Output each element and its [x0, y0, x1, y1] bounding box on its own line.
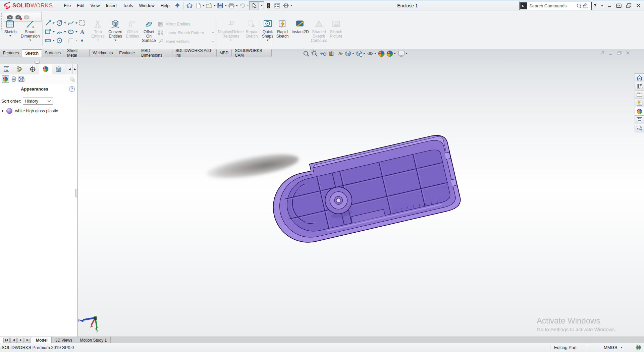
linear-sketch-pattern-button[interactable]: Linear Sketch Pattern [158, 29, 214, 37]
smart-dimension-dropdown[interactable] [29, 40, 31, 41]
menu-help[interactable]: Help [158, 3, 173, 8]
trim-entities-dropdown[interactable] [97, 40, 99, 41]
doc-restore-up-icon[interactable] [600, 51, 605, 55]
spline-tool[interactable] [67, 19, 77, 27]
status-units[interactable]: MMGS [604, 345, 617, 350]
view-settings-button[interactable] [397, 50, 408, 57]
pin-menu-button[interactable] [173, 2, 181, 10]
hide-show-dropdown[interactable] [374, 53, 376, 54]
text-tool[interactable]: A [78, 28, 86, 36]
hide-show-items-button[interactable] [367, 50, 376, 57]
tab-solidworks-cam[interactable]: SOLIDWORKS CAM [232, 49, 272, 57]
new-document-button[interactable] [194, 2, 202, 10]
arc-dropdown[interactable] [64, 31, 66, 33]
convert-entities-button[interactable]: Convert Entities [107, 18, 124, 41]
line-tool[interactable] [44, 19, 55, 27]
sketch-button[interactable]: Sketch [2, 18, 19, 37]
tab-display-manager[interactable] [39, 64, 52, 74]
arc-tool[interactable] [56, 28, 66, 36]
fillet-dropdown[interactable] [75, 40, 77, 41]
design-library-button[interactable] [635, 82, 644, 91]
file-properties-button[interactable] [273, 2, 281, 10]
search-magnifier-icon[interactable] [576, 3, 582, 9]
open-dropdown[interactable] [214, 5, 216, 6]
minimize-button[interactable] [605, 2, 613, 9]
home-button[interactable] [185, 2, 194, 10]
tab-3d-views[interactable]: 3D Views [52, 337, 76, 343]
tab-motion-study-1[interactable]: Motion Study 1 [76, 337, 111, 343]
save-button[interactable] [216, 2, 224, 10]
doc-minimize-icon[interactable] [608, 51, 613, 55]
options-dropdown[interactable] [290, 5, 292, 6]
menu-file[interactable]: File [61, 3, 74, 8]
next-tab-button[interactable] [17, 338, 24, 343]
undo-dropdown[interactable] [247, 5, 249, 6]
menu-edit[interactable]: Edit [74, 3, 87, 8]
help-button[interactable]: ? [591, 2, 599, 9]
tab-configuration-manager[interactable] [26, 64, 39, 74]
tab-mbd-dimensions[interactable]: MBD Dimensions [138, 49, 172, 57]
move-entities-button[interactable]: Move Entities [158, 38, 214, 45]
tab-features[interactable]: Features [0, 49, 22, 57]
panel-collapse-handle[interactable] [35, 61, 40, 64]
point-tool[interactable] [78, 37, 86, 45]
tab-evaluate[interactable]: Evaluate [116, 49, 138, 57]
view-orientation-button[interactable] [345, 50, 354, 57]
units-dropdown[interactable] [621, 347, 623, 348]
offset-entities-button[interactable]: Offset Entities [125, 18, 140, 39]
view-settings-dropdown[interactable] [406, 53, 408, 54]
doc-restore-icon[interactable] [617, 51, 622, 55]
circle-dropdown[interactable] [64, 22, 66, 24]
select-button[interactable] [249, 1, 259, 10]
move-entities-dropdown[interactable] [212, 41, 214, 42]
line-dropdown[interactable] [53, 22, 55, 24]
offset-on-surface-button[interactable]: Offset On Surface [141, 18, 157, 43]
stretch-button[interactable] [615, 2, 623, 9]
shaded-sketch-contours-button[interactable]: Shaded Sketch Contours [311, 18, 327, 43]
view-palette-button[interactable] [635, 99, 644, 107]
zoom-fit-button[interactable] [303, 50, 310, 57]
new-document-dropdown[interactable] [203, 5, 205, 6]
undo-button[interactable] [238, 2, 247, 10]
mirror-entities-button[interactable]: Mirror Entities [158, 20, 214, 28]
tab-dimxpert-manager[interactable] [52, 64, 65, 74]
first-tab-button[interactable] [3, 338, 10, 343]
display-delete-dropdown[interactable] [230, 40, 232, 41]
expand-arrow-icon[interactable] [2, 110, 4, 112]
rebuild-button[interactable] [264, 2, 273, 10]
search-commands-input[interactable] [529, 3, 576, 9]
zoom-area-button[interactable] [311, 50, 318, 57]
file-explorer-button[interactable] [635, 91, 644, 99]
polygon-tool[interactable] [56, 37, 63, 45]
quick-snaps-dropdown[interactable] [267, 40, 269, 41]
tab-solidworks-add-ins[interactable]: SOLIDWORKS Add-Ins [172, 49, 216, 57]
selection-box-tool[interactable] [78, 19, 86, 27]
render-options-button[interactable] [69, 76, 75, 82]
apply-scene-dropdown[interactable] [394, 53, 396, 54]
menu-view[interactable]: View [88, 3, 103, 8]
fillet-tool[interactable] [67, 37, 77, 45]
menu-window[interactable]: Window [136, 3, 157, 8]
ellipse-dropdown[interactable] [75, 31, 77, 33]
sort-order-select[interactable]: History [23, 98, 53, 105]
trim-entities-button[interactable]: Trim Entities [90, 18, 106, 41]
restore-button[interactable] [625, 2, 632, 9]
print-dropdown[interactable] [236, 5, 238, 6]
apply-scene-button[interactable] [386, 50, 396, 57]
prev-tab-button[interactable] [10, 338, 17, 343]
save-dropdown[interactable] [225, 5, 227, 6]
tab-sketch[interactable]: Sketch [22, 49, 42, 57]
tab-surfaces[interactable]: Surfaces [42, 49, 64, 57]
quick-snaps-button[interactable]: Quick Snaps [261, 18, 274, 41]
tab-scroll-left[interactable]: ◀ [67, 64, 72, 74]
previous-view-button[interactable] [320, 50, 326, 57]
tab-scroll-right[interactable]: ▶ [72, 64, 77, 74]
annotations-button[interactable]: A [336, 50, 343, 57]
rectangle-dropdown[interactable] [53, 31, 55, 33]
slot-dropdown[interactable] [53, 40, 55, 41]
select-dropdown[interactable] [259, 1, 264, 10]
help-dropdown[interactable] [601, 5, 603, 6]
panel-edge-handle[interactable] [75, 189, 78, 197]
tab-property-manager[interactable] [13, 64, 26, 74]
part-3d-model[interactable] [201, 133, 470, 251]
